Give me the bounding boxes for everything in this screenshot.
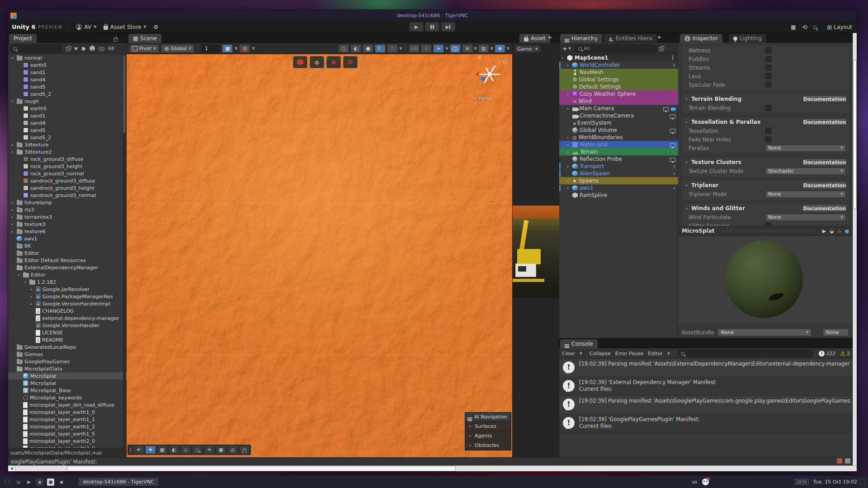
checkbox[interactable] [765,47,771,53]
label-filter-icon[interactable] [82,47,86,51]
project-row[interactable]: ExternalDependencyManager [8,264,127,271]
chevron-down-icon[interactable]: ▼ [474,47,477,51]
chevron-down-icon[interactable]: ▼ [580,352,582,356]
hierarchy-row[interactable]: ▸Transport [559,163,678,170]
chevron-down-icon[interactable]: ▼ [491,47,493,51]
eye-icon[interactable] [99,47,104,51]
project-row[interactable]: Editor [8,249,127,257]
search-icon[interactable] [813,26,817,29]
view-lock-icon[interactable] [503,60,507,63]
checkbox[interactable] [765,73,771,79]
hierarchy-row[interactable]: EventSystem [559,119,678,127]
camera-blue-icon[interactable] [671,108,675,111]
project-row[interactable]: CHANGELOG [8,307,127,314]
project-row[interactable]: sandrock_ground3_normal [8,192,127,199]
zoom-tool-button[interactable] [192,446,203,454]
assetbundle-dropdown[interactable]: None ▼ [717,328,811,336]
clock[interactable]: Tue, 15 Oct 19:02 [813,479,858,485]
project-row[interactable]: LICENSE [8,329,127,336]
vnc-titlebar[interactable]: desktop-541c686 - TigerVNC [8,10,857,21]
tab-hierarchy[interactable]: Hierarchy [560,34,602,43]
checkbox[interactable] [765,82,771,88]
2d-toggle-button[interactable]: 2D [409,44,420,53]
console-entry[interactable]: [19:02:39] Parsing manifest 'Assets\Exte… [559,359,853,377]
project-row[interactable]: sand4 [8,119,127,127]
hierarchy-row[interactable]: ▸WorldController [559,61,678,69]
tab-inspector[interactable]: Inspector [680,34,722,43]
project-row[interactable]: BK [8,242,127,249]
hierarchy-row[interactable]: AlienSpawn [559,170,678,177]
project-row[interactable]: Editor Default Resources [8,257,127,264]
rotate-button[interactable]: ⟳ [343,56,358,68]
chevron-down-icon[interactable]: ▼ [667,352,670,356]
chev-icon[interactable] [673,170,675,177]
scatter-button[interactable]: ∗ [326,56,341,68]
documentation-button[interactable]: Documentation [802,95,847,103]
project-row[interactable]: ▸terraintex3 [8,213,127,221]
project-row[interactable]: Google.VersionHandler [8,322,127,329]
project-row[interactable]: microsplat_layer_earth3_0 [8,445,127,448]
vnc-horizontal-scrollbar[interactable]: ◀ [8,465,857,471]
taskbar-window-button[interactable]: desktop-541c686 - TigerVNC [78,477,159,487]
snap-increment-button[interactable]: ▦ [239,44,250,53]
editor-filter-button[interactable]: Editor [648,351,663,357]
lock-icon[interactable] [113,38,118,42]
project-row[interactable]: ▸Google.JarResolver [8,286,127,293]
clear-button[interactable]: Clear [562,351,575,357]
error-pause-button[interactable]: Error Pause [615,351,644,357]
project-row[interactable]: microsplat_layer_earth1_1 [8,416,127,423]
orientation-gizmo[interactable] [476,61,504,89]
open-new-window-icon[interactable] [66,47,70,51]
nav-item-agents[interactable]: ▸ Agents [465,431,511,441]
handle-rotation-button[interactable]: Global ▼ [161,44,194,53]
nav-item-obstacles[interactable]: ▸ Obstacles [465,441,511,450]
project-row[interactable]: rock_ground3_diffuse [8,155,127,163]
project-row[interactable]: ▾rough [8,98,127,105]
preview-env-icon[interactable]: ● [844,228,849,234]
lighting-toggle-button[interactable]: ● [363,44,373,53]
project-row[interactable]: ▾3dtexture2 [8,148,127,155]
hierarchy-row[interactable]: ▸Water Grid [559,141,678,148]
project-row[interactable]: GeneratedLocalRepo [8,343,127,351]
project-row[interactable]: microsplat_layer_earth1_0 [8,408,127,416]
checkbox[interactable] [765,128,771,134]
monitor-icon[interactable] [670,114,675,118]
grid-size-input[interactable]: 1 [202,45,220,52]
editor-status-bar[interactable]: ooglePlayGamesPlugin' Manifest: [8,457,857,465]
lock-grid-button[interactable] [239,446,250,454]
hierarchy-row[interactable]: Global Volume [559,127,678,134]
effects-bug-button[interactable]: ∴ [387,44,398,53]
preview-play-icon[interactable]: ▶ [822,228,826,234]
project-row[interactable]: earth5 [8,61,127,69]
transform-tool-button[interactable]: ✛ [204,446,215,454]
project-search-input[interactable] [10,45,62,52]
project-row[interactable]: ▸Google.VersionHandlerImpl [8,300,127,307]
project-row[interactable]: README [8,336,127,343]
chevron-down-icon[interactable]: ▼ [252,47,255,51]
taskbar-arrow-icon[interactable]: ▶ [25,479,33,486]
material-preview-header[interactable]: MicroSplat ▶ ◒ ∴ ● [678,226,853,236]
tab-project[interactable]: Project [9,34,37,43]
hierarchy-row[interactable]: Wind [559,98,678,105]
chevron-down-icon[interactable]: ▼ [235,47,237,51]
layers-button[interactable]: ≡ [462,44,473,53]
shading-shaded-wire-button[interactable]: ◐ [350,44,361,53]
settings-button[interactable] [150,23,162,32]
checkbox[interactable] [765,56,771,62]
hierarchy-row[interactable]: Reflection Probe [559,155,678,163]
project-row[interactable]: rock_ground3_height [8,163,127,170]
grid-menu-icon[interactable] [791,24,796,30]
alert-filter-icon[interactable] [90,46,95,51]
account-button[interactable]: AV ▼ [72,23,100,32]
dropdown[interactable]: None▼ [765,191,846,198]
project-row[interactable]: sand5 [8,83,127,90]
project-row[interactable]: microsplat_layer_earth1_5 [8,430,127,437]
chevron-down-icon[interactable]: ▼ [399,47,402,51]
taskbar-files-icon[interactable]: ▣ [47,479,54,486]
project-row[interactable]: sand4 [8,76,127,83]
hierarchy-row[interactable]: ▸Spawns [559,177,678,184]
project-row[interactable]: external-dependency-manager [8,314,127,322]
nav-item-surfaces[interactable]: ▸ Surfaces [465,422,511,431]
taskbar-app-icon[interactable]: ▪ [36,479,43,486]
project-row[interactable]: ▸futurelamp [8,199,127,206]
